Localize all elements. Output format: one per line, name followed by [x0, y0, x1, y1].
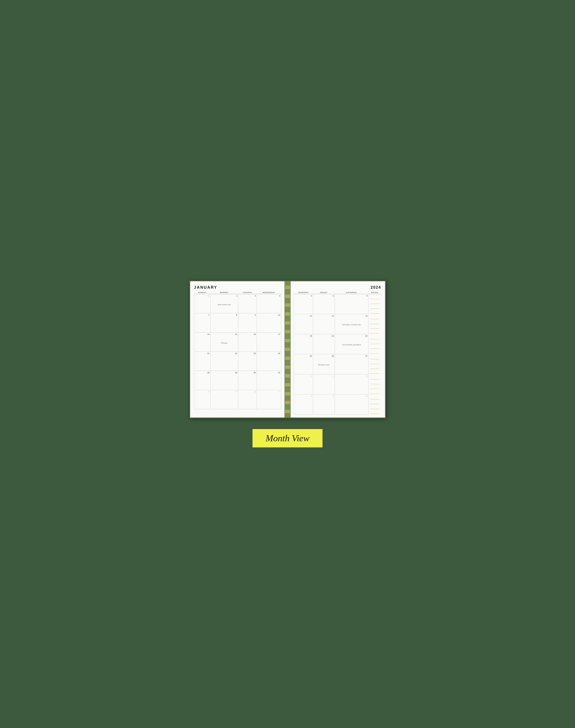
calendar-day[interactable]: 12 — [313, 314, 335, 334]
spiral-ring — [285, 312, 290, 315]
spiral-ring — [285, 392, 290, 395]
calendar-day[interactable]: 5 — [313, 294, 335, 314]
notes-cell[interactable] — [369, 374, 381, 394]
notes-cell[interactable] — [369, 394, 381, 414]
calendar-day[interactable]: 23 — [238, 351, 257, 371]
week-row: 4567 — [194, 390, 281, 409]
year-header: 2024 — [294, 285, 381, 290]
calendar-day[interactable]: 2 — [313, 374, 335, 394]
day-number: 25 — [295, 355, 312, 357]
day-number: 4 — [295, 295, 312, 297]
calendar-day[interactable]: 22 — [210, 351, 238, 371]
week-row: 311NEW YEAR'S DAY23 — [194, 294, 281, 313]
calendar-day[interactable]: 9 — [238, 313, 257, 332]
week-row: 456 — [294, 294, 381, 314]
calendar-day[interactable]: 6 — [238, 390, 257, 409]
day-number: 9 — [239, 314, 256, 316]
month-title: JANUARY — [194, 285, 217, 290]
calendar-day[interactable]: 10 — [257, 313, 281, 332]
right-page: 2024 THURSDAY FRIDAY SATURDAY NOTES 4561… — [291, 281, 385, 418]
week-row: 28293031 — [194, 371, 281, 390]
calendar-day[interactable]: 26REPUBLIC DAY — [313, 354, 335, 374]
calendar-day[interactable]: 21 — [194, 351, 210, 371]
calendar-day[interactable]: 4 — [194, 390, 210, 409]
calendar-day[interactable]: 31 — [257, 371, 281, 390]
calendar-day[interactable]: 29 — [210, 371, 238, 390]
day-number: 5 — [211, 391, 237, 393]
day-number: 8 — [295, 395, 312, 397]
notes-line — [370, 301, 379, 304]
calendar-day[interactable]: 31 — [194, 294, 210, 313]
right-calendar-grid: THURSDAY FRIDAY SATURDAY NOTES 456111213… — [294, 291, 381, 415]
notes-cell[interactable] — [369, 314, 381, 334]
calendar-day[interactable]: 25 — [294, 354, 313, 374]
calendar-day[interactable]: 28 — [194, 371, 210, 390]
notes-cell[interactable] — [369, 334, 381, 354]
week-row: 181920SUN ENTERS AQUARIUS — [294, 334, 381, 354]
spiral-ring — [285, 339, 290, 342]
calendar-day[interactable]: 6 — [335, 294, 369, 314]
notes-cell[interactable] — [369, 354, 381, 374]
notes-line — [370, 337, 379, 339]
day-number: 22 — [211, 352, 237, 354]
notes-cell[interactable] — [369, 294, 381, 314]
day-number: 19 — [314, 335, 334, 337]
calendar-day[interactable]: 2 — [238, 294, 257, 313]
calendar-day[interactable]: 20SUN ENTERS AQUARIUS — [335, 334, 369, 354]
day-number: 6 — [239, 391, 256, 393]
calendar-day[interactable]: 16 — [238, 332, 257, 351]
calendar-day[interactable]: 18 — [294, 334, 313, 354]
calendar-day[interactable]: 5 — [210, 390, 238, 409]
calendar-day[interactable]: 1NEW YEAR'S DAY — [210, 294, 238, 313]
spiral-ring — [285, 401, 290, 404]
calendar-day[interactable]: 7 — [257, 390, 281, 409]
calendar-day[interactable]: 11 — [294, 314, 313, 334]
spiral-ring — [285, 286, 290, 289]
day-number: 18 — [295, 335, 312, 337]
week-row: 111213NATIONAL STICKER DAY — [294, 314, 381, 334]
notes-line — [370, 357, 379, 359]
calendar-day[interactable]: 3 — [257, 294, 281, 313]
notes-line — [370, 297, 379, 299]
calendar-day[interactable]: 4 — [294, 294, 313, 314]
week-row: 2526REPUBLIC DAY27 — [294, 354, 381, 374]
day-number: 6 — [336, 295, 368, 297]
notes-line — [370, 341, 379, 344]
calendar-day[interactable]: 1 — [294, 374, 313, 394]
calendar-day[interactable]: 27 — [335, 354, 369, 374]
day-number: 1 — [211, 295, 237, 297]
day-number: 9 — [314, 395, 334, 397]
day-number: 29 — [211, 372, 237, 374]
calendar-day[interactable]: 15PONGAL — [210, 332, 238, 351]
calendar-day[interactable]: 10 — [335, 394, 369, 414]
day-number: 12 — [314, 315, 334, 317]
day-number: 27 — [336, 355, 368, 357]
notes-line — [370, 351, 379, 354]
col-monday: MONDAY — [210, 291, 238, 294]
day-number: 20 — [336, 335, 368, 337]
calendar-day[interactable]: 8 — [210, 313, 238, 332]
calendar-day[interactable]: 17 — [257, 332, 281, 351]
spiral-ring — [285, 410, 290, 413]
day-number: 17 — [258, 333, 280, 335]
day-number: 13 — [336, 315, 368, 317]
notes-line — [370, 331, 379, 334]
calendar-day[interactable]: 8 — [294, 394, 313, 414]
day-number: 26 — [314, 355, 334, 357]
day-number: 3 — [258, 295, 280, 297]
calendar-day[interactable]: 30 — [238, 371, 257, 390]
spiral-ring — [285, 330, 290, 333]
notes-line — [370, 411, 379, 414]
calendar-day[interactable]: 3 — [335, 374, 369, 394]
calendar-day[interactable]: 19 — [313, 334, 335, 354]
calendar-day[interactable]: 9 — [313, 394, 335, 414]
calendar-day[interactable]: 7 — [194, 313, 210, 332]
calendar-day[interactable]: 13NATIONAL STICKER DAY — [335, 314, 369, 334]
event-label: NEW YEAR'S DAY — [211, 298, 237, 306]
notes-line — [370, 311, 379, 314]
notes-line — [370, 406, 379, 409]
notes-line — [370, 346, 379, 349]
notes-line — [370, 371, 379, 374]
calendar-day[interactable]: 14 — [194, 332, 210, 351]
calendar-day[interactable]: 24 — [257, 351, 281, 371]
